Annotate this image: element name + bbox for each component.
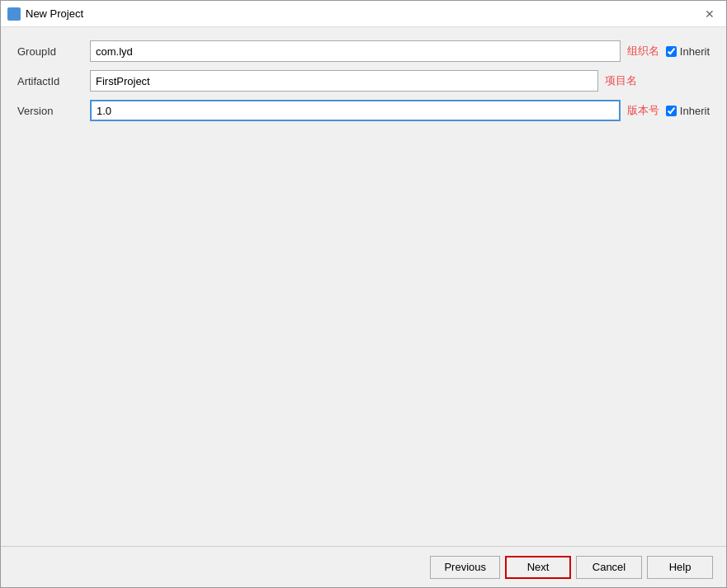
previous-button[interactable]: Previous [430,556,500,579]
artifactid-input[interactable] [90,70,598,92]
cancel-button[interactable]: Cancel [576,556,642,579]
footer: Previous Next Cancel Help [1,546,726,587]
window-title: New Project [26,7,700,20]
groupid-label: GroupId [17,45,83,58]
version-inherit-checkbox[interactable] [666,106,677,116]
groupid-inherit: Inherit [666,45,710,58]
close-button[interactable]: ✕ [700,4,720,24]
version-annotation: 版本号 [627,103,659,118]
groupid-inherit-label: Inherit [680,45,710,58]
groupid-inherit-checkbox[interactable] [666,46,677,57]
help-button[interactable]: Help [647,556,713,579]
groupid-input[interactable] [90,40,621,62]
groupid-row: GroupId 组织名 Inherit [17,40,710,62]
version-inherit: Inherit [666,105,710,117]
svg-rect-2 [9,15,13,19]
artifactid-label: ArtifactId [17,75,83,87]
form-content: GroupId 组织名 Inherit ArtifactId 项目名 [1,27,726,546]
window-icon [7,7,21,21]
version-label: Version [17,105,83,117]
artifactid-row: ArtifactId 项目名 [17,70,710,92]
next-button[interactable]: Next [505,556,571,579]
groupid-annotation: 组织名 [627,44,659,59]
version-inherit-label: Inherit [680,105,710,117]
svg-rect-0 [9,9,13,13]
version-input[interactable] [90,100,621,121]
version-row: Version 版本号 Inherit [17,100,710,121]
new-project-window: New Project ✕ GroupId 组织名 Inherit Artifa… [0,0,727,588]
title-bar: New Project ✕ [1,1,726,27]
svg-rect-1 [15,9,19,13]
artifactid-annotation: 项目名 [605,73,637,88]
svg-rect-3 [15,15,19,19]
form-area: GroupId 组织名 Inherit ArtifactId 项目名 [17,40,710,121]
